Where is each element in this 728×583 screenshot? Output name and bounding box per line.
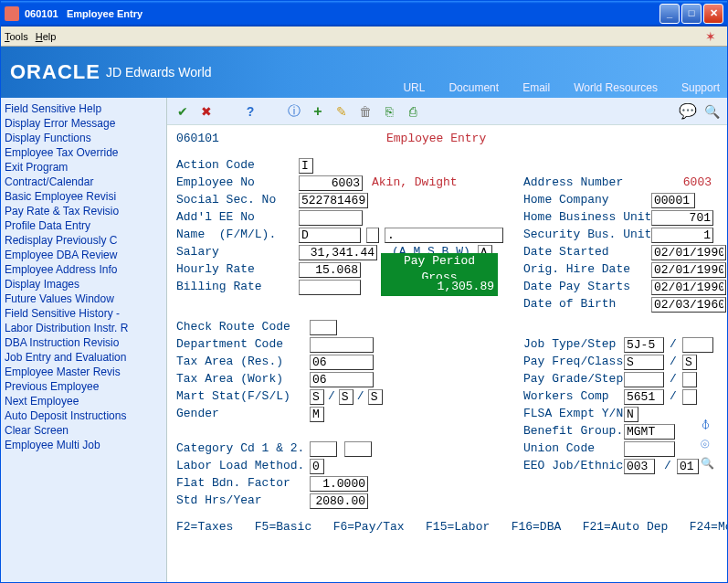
link-support[interactable]: Support bbox=[681, 81, 720, 94]
sidebar-item[interactable]: Display Error Message bbox=[1, 116, 166, 131]
sidebar-item[interactable]: Field Sensitive Help bbox=[1, 101, 166, 116]
link-url[interactable]: URL bbox=[403, 81, 425, 94]
label-address-number: Address Number bbox=[523, 175, 623, 192]
info-icon[interactable]: ⓘ bbox=[286, 103, 302, 120]
sidebar-item[interactable]: Employee Tax Override bbox=[1, 145, 166, 160]
gender-input[interactable] bbox=[310, 407, 324, 422]
mart-s-input[interactable] bbox=[339, 389, 353, 405]
labor-load-input[interactable] bbox=[310, 459, 324, 474]
eeo-ethnic-input[interactable] bbox=[677, 459, 699, 474]
export-icon[interactable]: ⎘ bbox=[381, 103, 397, 120]
dob-input[interactable] bbox=[651, 297, 726, 313]
sidebar-item[interactable]: Contract/Calendar bbox=[1, 175, 166, 189]
home-bu-input[interactable] bbox=[651, 210, 713, 226]
action-code-input[interactable] bbox=[299, 158, 313, 174]
flat-bdn-input[interactable] bbox=[310, 476, 368, 492]
name-f-input[interactable] bbox=[299, 228, 361, 243]
sidebar-item[interactable]: Field Sensitive History - bbox=[1, 306, 166, 321]
eeo-job-input[interactable] bbox=[624, 459, 655, 474]
label-benefit: Benefit Group. bbox=[523, 423, 623, 440]
ssn-input[interactable] bbox=[299, 193, 368, 208]
date-pay-input[interactable] bbox=[651, 280, 726, 295]
check-route-input[interactable] bbox=[310, 320, 337, 335]
sidebar-item[interactable]: Future Values Window bbox=[1, 292, 166, 306]
sidebar-item[interactable]: Clear Screen bbox=[1, 423, 166, 438]
add-icon[interactable]: + bbox=[310, 103, 326, 120]
label-salary: Salary bbox=[176, 244, 295, 261]
employee-no-input[interactable] bbox=[299, 175, 363, 191]
label-union: Union Code bbox=[523, 440, 595, 458]
pay-period-gross-value: 1,305.89 bbox=[381, 279, 498, 296]
sidebar-item[interactable]: Employee Address Info bbox=[1, 262, 166, 277]
union-input[interactable] bbox=[624, 441, 675, 457]
sidebar-item[interactable]: Redisplay Previously C bbox=[1, 233, 166, 248]
pay-grade-step-input[interactable] bbox=[682, 372, 697, 387]
close-button[interactable]: ✕ bbox=[703, 4, 723, 24]
scroll-up-icon[interactable]: ⦽ bbox=[701, 419, 714, 434]
cancel-icon[interactable]: ✖ bbox=[198, 103, 215, 120]
workers-comp2-input[interactable] bbox=[682, 389, 697, 405]
delete-icon[interactable]: 🗑 bbox=[357, 103, 374, 120]
dept-code-input[interactable] bbox=[310, 337, 374, 353]
import-icon[interactable]: ⎙ bbox=[405, 103, 421, 120]
home-company-input[interactable] bbox=[651, 193, 695, 208]
billing-input[interactable] bbox=[299, 280, 361, 295]
edit-icon[interactable]: ✎ bbox=[333, 103, 350, 120]
link-email[interactable]: Email bbox=[522, 81, 550, 94]
sidebar-item[interactable]: Exit Program bbox=[1, 160, 166, 175]
maximize-button[interactable]: □ bbox=[681, 4, 702, 24]
pay-class-input[interactable] bbox=[682, 355, 697, 370]
search-icon[interactable]: 🔍 bbox=[703, 103, 720, 120]
mart-f-input[interactable] bbox=[310, 389, 324, 405]
salary-input[interactable] bbox=[299, 245, 377, 260]
workers-comp-input[interactable] bbox=[624, 389, 664, 405]
sidebar-item[interactable]: Employee Multi Job bbox=[1, 438, 166, 452]
sidebar-item[interactable]: Basic Employee Revisi bbox=[1, 189, 166, 204]
pay-freq-input[interactable] bbox=[624, 355, 664, 370]
sidebar-item[interactable]: Next Employee bbox=[1, 394, 166, 408]
sidebar-item[interactable]: Labor Distribution Instr. R bbox=[1, 321, 166, 335]
label-cat-cd: Category Cd 1 & 2. bbox=[176, 440, 306, 458]
scroll-down-icon[interactable]: ⦾ bbox=[701, 438, 714, 453]
hourly-input[interactable] bbox=[299, 262, 361, 278]
name-m-input[interactable] bbox=[366, 228, 379, 243]
cat2-input[interactable] bbox=[344, 441, 372, 457]
comments-icon[interactable]: 💬 bbox=[680, 103, 696, 120]
job-step-input[interactable] bbox=[682, 337, 713, 353]
window-titlebar: 060101 Employee Entry _ □ ✕ bbox=[1, 1, 727, 26]
link-document[interactable]: Document bbox=[448, 81, 499, 94]
date-started-input[interactable] bbox=[651, 245, 726, 260]
cat1-input[interactable] bbox=[310, 441, 337, 457]
addl-ee-input[interactable] bbox=[299, 210, 363, 226]
mart-l-input[interactable] bbox=[368, 389, 383, 405]
sidebar-item[interactable]: Employee DBA Review bbox=[1, 248, 166, 262]
sidebar-item[interactable]: Job Entry and Evaluation bbox=[1, 350, 166, 365]
help-icon[interactable]: ? bbox=[242, 103, 258, 120]
sidebar-item[interactable]: Display Images bbox=[1, 277, 166, 292]
tax-work-input[interactable] bbox=[310, 372, 374, 387]
menu-tools[interactable]: TToolsools bbox=[5, 31, 28, 42]
label-pay-freq: Pay Freq/Class bbox=[523, 354, 623, 371]
orig-hire-input[interactable] bbox=[651, 262, 726, 278]
pay-grade-input[interactable] bbox=[624, 372, 664, 387]
name-l-input[interactable] bbox=[385, 228, 503, 243]
sidebar-item[interactable]: Profile Data Entry bbox=[1, 218, 166, 233]
sidebar-item[interactable]: Auto Deposit Instructions bbox=[1, 408, 166, 423]
sidebar-item[interactable]: Pay Rate & Tax Revisio bbox=[1, 204, 166, 218]
sidebar-item[interactable]: DBA Instruction Revisio bbox=[1, 335, 166, 350]
flsa-input[interactable] bbox=[624, 407, 638, 422]
job-type-input[interactable] bbox=[624, 337, 664, 353]
sec-bu-input[interactable] bbox=[651, 228, 713, 243]
benefit-input[interactable] bbox=[624, 424, 675, 440]
std-hrs-input[interactable] bbox=[310, 493, 368, 509]
sidebar-item[interactable]: Employee Master Revis bbox=[1, 365, 166, 379]
toolbar: ✔ ✖ ? ⓘ + ✎ 🗑 ⎘ ⎙ 💬 🔍 bbox=[167, 98, 727, 125]
sidebar-item[interactable]: Previous Employee bbox=[1, 379, 166, 394]
ok-icon[interactable]: ✔ bbox=[174, 103, 191, 120]
minimize-button[interactable]: _ bbox=[659, 4, 680, 24]
sidebar-item[interactable]: Display Functions bbox=[1, 131, 166, 145]
tax-res-input[interactable] bbox=[310, 355, 374, 370]
mini-search-icon[interactable]: 🔍 bbox=[701, 457, 714, 472]
link-world-resources[interactable]: World Resources bbox=[574, 81, 658, 94]
menu-help[interactable]: HHelpelp bbox=[36, 31, 57, 42]
